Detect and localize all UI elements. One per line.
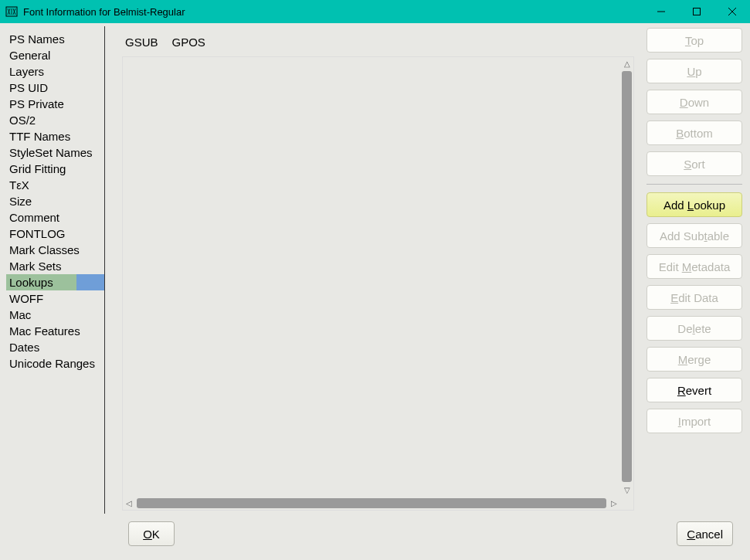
edit-metadata-button[interactable]: Edit Metadata xyxy=(646,254,742,279)
sidebar-item-ttf-names[interactable]: TTF Names xyxy=(6,128,104,144)
sidebar-item-dates[interactable]: Dates xyxy=(6,339,104,355)
sidebar-item-woff[interactable]: WOFF xyxy=(6,290,104,307)
tab-gpos[interactable]: GPOS xyxy=(172,36,205,49)
vertical-scrollbar[interactable]: △ ▽ xyxy=(620,57,633,496)
add-subtable-button[interactable]: Add Subtable xyxy=(646,223,742,248)
app-icon xyxy=(5,5,19,19)
minimize-button[interactable] xyxy=(643,0,679,23)
scroll-down-icon[interactable]: ▽ xyxy=(620,484,633,496)
tab-gsub[interactable]: GSUB xyxy=(125,36,158,49)
maximize-button[interactable] xyxy=(679,0,714,23)
sidebar-item-mark-classes[interactable]: Mark Classes xyxy=(6,242,104,258)
sidebar-item-mac-features[interactable]: Mac Features xyxy=(6,323,104,339)
sidebar-item-layers[interactable]: Layers xyxy=(6,63,104,80)
sidebar-item-mark-sets[interactable]: Mark Sets xyxy=(6,258,104,274)
edit-data-button[interactable]: Edit Data xyxy=(646,285,742,310)
add-lookup-button[interactable]: Add Lookup xyxy=(646,192,742,217)
merge-button[interactable]: Merge xyxy=(646,347,742,372)
sidebar: PS NamesGeneralLayersPS UIDPS PrivateOS/… xyxy=(6,26,105,514)
scroll-left-icon[interactable]: ◁ xyxy=(123,497,135,510)
sidebar-item-t-x[interactable]: TεX xyxy=(6,177,104,193)
scroll-track[interactable] xyxy=(622,71,632,482)
sidebar-item-os-2[interactable]: OS/2 xyxy=(6,112,104,128)
sidebar-item-grid-fitting[interactable]: Grid Fitting xyxy=(6,161,104,177)
close-button[interactable] xyxy=(714,0,750,23)
sidebar-item-fontlog[interactable]: FONTLOG xyxy=(6,226,104,242)
cancel-button[interactable]: Cancel xyxy=(677,521,733,546)
revert-button[interactable]: Revert xyxy=(646,378,742,402)
sidebar-item-size[interactable]: Size xyxy=(6,193,104,209)
svg-rect-2 xyxy=(694,8,701,15)
bottom-button[interactable]: Bottom xyxy=(646,120,742,145)
divider xyxy=(646,184,742,185)
sidebar-item-styleset-names[interactable]: StyleSet Names xyxy=(6,144,104,161)
import-button[interactable]: Import xyxy=(646,409,742,433)
scroll-track[interactable] xyxy=(137,498,606,508)
sidebar-item-comment[interactable]: Comment xyxy=(6,209,104,226)
delete-button[interactable]: Delete xyxy=(646,316,742,341)
content-area: PS NamesGeneralLayersPS UIDPS PrivateOS/… xyxy=(0,23,750,514)
sidebar-item-unicode-ranges[interactable]: Unicode Ranges xyxy=(6,355,104,372)
window-title: Font Information for Belmist-Regular xyxy=(23,6,643,18)
scroll-up-icon[interactable]: △ xyxy=(620,57,633,70)
lookup-listbox[interactable]: △ ▽ ◁ ▷ xyxy=(122,56,634,511)
up-button[interactable]: Up xyxy=(646,59,742,83)
scroll-right-icon[interactable]: ▷ xyxy=(608,497,620,510)
horizontal-scrollbar[interactable]: ◁ ▷ xyxy=(123,497,620,510)
main-panel: GSUBGPOS △ ▽ ◁ ▷ xyxy=(105,26,640,514)
sort-button[interactable]: Sort xyxy=(646,151,742,176)
window-controls xyxy=(643,0,750,23)
tabs: GSUBGPOS xyxy=(122,29,634,56)
button-column: Top Up Down Bottom Sort Add Lookup Add S… xyxy=(640,26,744,514)
sidebar-item-lookups[interactable]: Lookups xyxy=(6,274,104,290)
titlebar: Font Information for Belmist-Regular xyxy=(0,0,750,23)
top-button[interactable]: Top xyxy=(646,28,742,53)
footer: OK Cancel xyxy=(0,514,750,554)
sidebar-item-ps-uid[interactable]: PS UID xyxy=(6,80,104,96)
sidebar-item-mac[interactable]: Mac xyxy=(6,307,104,323)
sidebar-item-ps-private[interactable]: PS Private xyxy=(6,96,104,112)
down-button[interactable]: Down xyxy=(646,90,742,114)
ok-button[interactable]: OK xyxy=(128,521,175,546)
sidebar-item-ps-names[interactable]: PS Names xyxy=(6,31,104,47)
sidebar-item-general[interactable]: General xyxy=(6,47,104,63)
